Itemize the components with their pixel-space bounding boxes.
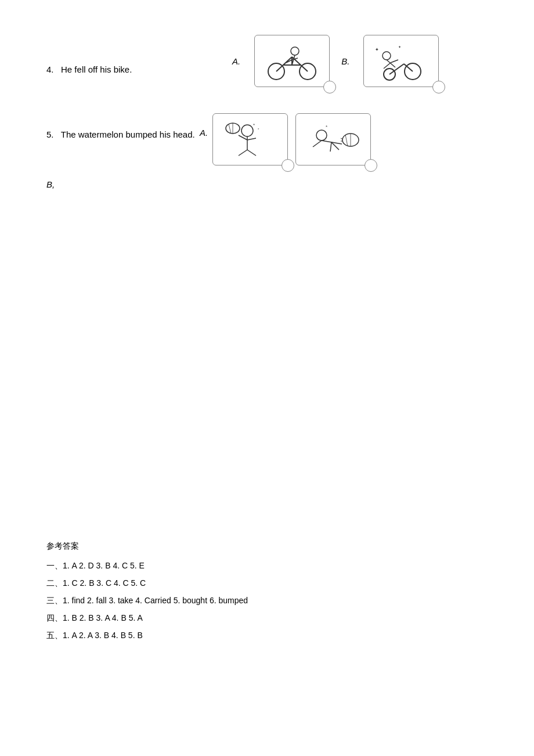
q5-img-a-svg: * * — [218, 118, 282, 161]
q5-option-a-label: A. — [200, 110, 208, 138]
svg-point-31 — [316, 130, 327, 141]
answer-line-2: 二、1. C 2. B 3. C 4. C 5. C — [46, 575, 488, 591]
page: 4. He fell off his bike. A. — [0, 0, 534, 679]
svg-line-35 — [313, 141, 322, 147]
svg-line-15 — [387, 60, 395, 67]
q4-img-a-svg — [260, 39, 324, 83]
q5-image-a-wrapper: * * — [212, 113, 288, 165]
q5-circle-b — [365, 159, 377, 172]
svg-line-23 — [247, 138, 256, 140]
q4-option-b-label: B. — [341, 56, 349, 66]
question-4-text: 4. He fell off his bike. — [46, 45, 232, 77]
answer-section: 参考答案 一、1. A 2. D 3. B 4. C 5. E 二、1. C 2… — [46, 538, 488, 643]
q4-img-b-svg: ✦ ✦ — [369, 39, 433, 83]
q4-circle-a — [323, 81, 336, 93]
q4-image-a — [254, 35, 330, 87]
svg-line-33 — [330, 142, 331, 152]
q4-image-b: ✦ ✦ — [363, 35, 439, 87]
q5-image-a: * * — [212, 113, 288, 165]
q4-text: He fell off his bike. — [61, 64, 132, 74]
q5-img-b-svg: * — [301, 118, 365, 161]
svg-point-20 — [241, 125, 253, 136]
question-5-text: 5. The watermelon bumped his head. — [46, 110, 195, 142]
svg-line-25 — [247, 150, 256, 156]
svg-text:✦: ✦ — [398, 45, 401, 49]
q5-circle-a — [282, 159, 294, 172]
svg-text:*: * — [258, 128, 259, 131]
svg-point-6 — [291, 47, 299, 55]
q4-number: 4. — [46, 64, 54, 74]
q4-options: A. — [232, 35, 439, 87]
svg-text:*: * — [253, 123, 255, 128]
question-4-row: 4. He fell off his bike. A. — [46, 35, 488, 87]
svg-line-16 — [384, 63, 391, 69]
q5-number: 5. — [46, 129, 54, 139]
answer-line-1: 一、1. A 2. D 3. B 4. C 5. E — [46, 557, 488, 574]
q5-text: The watermelon bumped his head. — [61, 129, 195, 139]
answer-title: 参考答案 — [46, 538, 488, 554]
q4-image-a-wrapper — [254, 35, 330, 87]
svg-line-24 — [239, 150, 247, 156]
svg-text:*: * — [326, 124, 327, 129]
answer-line-3: 三、1. find 2. fall 3. take 4. Carried 5. … — [46, 592, 488, 609]
answer-line-4: 四、1. B 2. B 3. A 4. B 5. A — [46, 610, 488, 626]
q5-b-section: * — [295, 113, 371, 174]
svg-line-17 — [391, 60, 398, 63]
q4-image-b-wrapper: ✦ ✦ — [363, 35, 439, 87]
q5-image-b: * — [295, 113, 371, 165]
svg-point-14 — [383, 52, 391, 60]
answer-line-5: 五、1. A 2. A 3. B 4. B 5. B — [46, 627, 488, 643]
q5-image-b-wrapper: * — [295, 113, 371, 165]
q4-option-a-label: A. — [232, 56, 240, 66]
question-5-row: 5. The watermelon bumped his head. A. — [46, 110, 488, 174]
svg-text:✦: ✦ — [375, 47, 379, 52]
svg-line-28 — [229, 124, 231, 134]
q4-circle-b — [432, 81, 445, 93]
q5-b-continuation: B, — [46, 179, 488, 189]
